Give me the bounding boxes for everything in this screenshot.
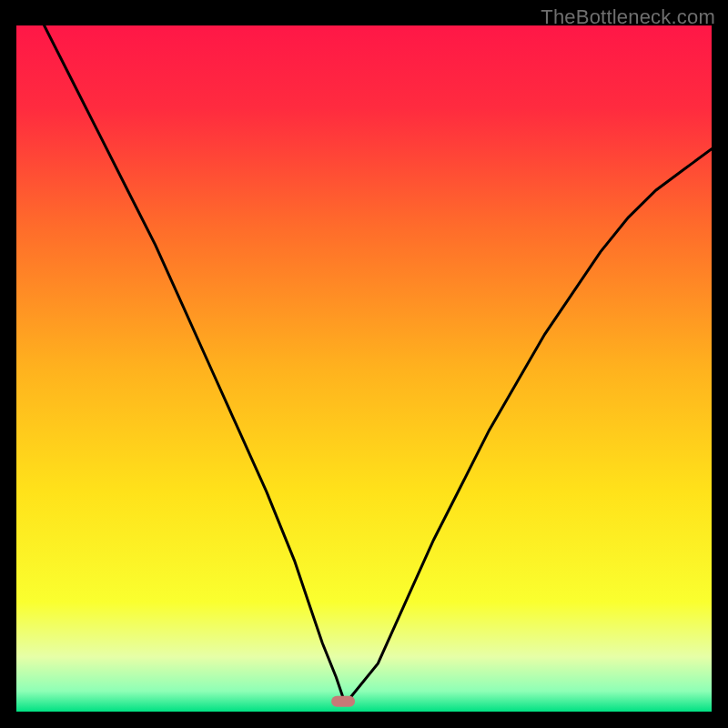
gradient-background xyxy=(16,25,712,712)
chart-frame xyxy=(16,25,712,712)
optimum-marker xyxy=(331,696,355,707)
bottleneck-chart xyxy=(16,25,712,712)
